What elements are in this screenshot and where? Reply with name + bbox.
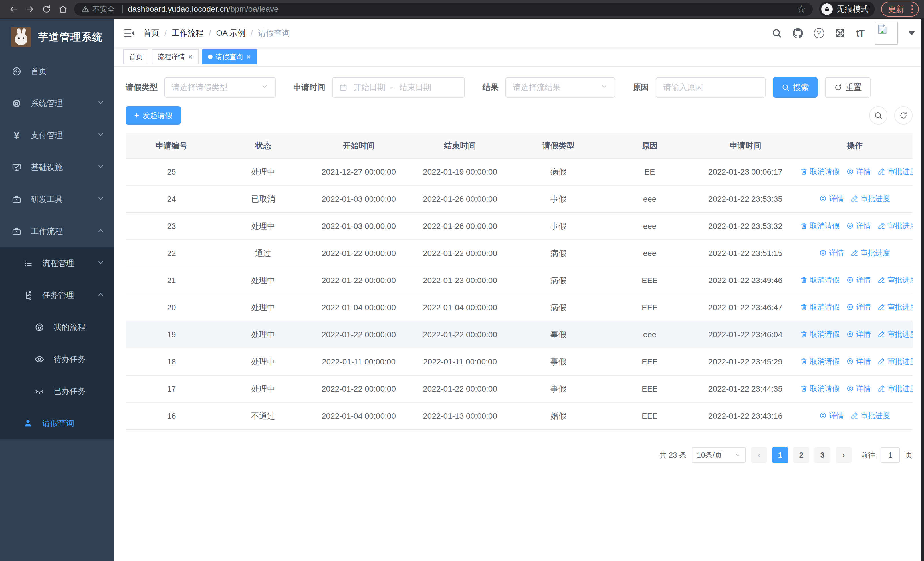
approval-progress-link[interactable]: 审批进度 [878, 275, 913, 285]
browser-reload-button[interactable] [38, 1, 55, 17]
sidebar-item-todo-tasks[interactable]: 待办任务 [0, 343, 114, 375]
approval-progress-link[interactable]: 审批进度 [850, 194, 890, 204]
detail-link[interactable]: 详情 [846, 275, 871, 285]
sidebar-item-leave-query[interactable]: 请假查询 [0, 407, 114, 439]
approval-progress-link[interactable]: 审批进度 [878, 221, 913, 231]
approval-progress-link[interactable]: 审批进度 [878, 384, 913, 394]
detail-link[interactable]: 详情 [846, 356, 871, 367]
breadcrumb-workflow[interactable]: 工作流程 [172, 28, 204, 39]
cancel-leave-link[interactable]: 取消请假 [800, 221, 840, 231]
fullscreen-icon[interactable] [835, 28, 845, 38]
detail-link[interactable]: 详情 [819, 411, 844, 421]
refresh-table-button[interactable] [894, 106, 913, 125]
sidebar-item-devtools[interactable]: 研发工具 [0, 183, 114, 215]
tag-leave-query[interactable]: 请假查询 × [202, 50, 257, 64]
table-row: 23处理中2022-01-03 00:00:002022-01-26 00:00… [126, 212, 913, 240]
detail-link[interactable]: 详情 [819, 248, 844, 258]
approval-progress-link[interactable]: 审批进度 [878, 302, 913, 312]
search-button[interactable]: 搜索 [773, 77, 818, 98]
tag-home[interactable]: 首页 [123, 50, 148, 64]
sidebar-item-workflow[interactable]: 工作流程 [0, 215, 114, 247]
page-size-select[interactable]: 10条/页 [692, 447, 746, 463]
breadcrumb-home[interactable]: 首页 [143, 28, 159, 39]
prev-page-button[interactable]: ‹ [751, 447, 767, 463]
approval-progress-link[interactable]: 审批进度 [850, 411, 890, 421]
page-button-1[interactable]: 1 [772, 447, 788, 463]
cancel-leave-link[interactable]: 取消请假 [800, 167, 840, 176]
detail-link[interactable]: 详情 [846, 221, 871, 231]
chevron-down-icon [261, 83, 268, 92]
view-icon [846, 303, 854, 311]
sidebar-item-done-tasks[interactable]: 已办任务 [0, 375, 114, 407]
cancel-leave-link[interactable]: 取消请假 [800, 302, 840, 312]
select-placeholder: 请选择请假类型 [172, 82, 228, 93]
page-button-2[interactable]: 2 [793, 447, 809, 463]
github-icon[interactable] [793, 28, 803, 38]
bookmark-star-icon[interactable]: ☆ [797, 3, 806, 15]
cancel-leave-link[interactable]: 取消请假 [800, 329, 840, 339]
apply-time-range-picker[interactable]: 开始日期 - 结束日期 [332, 77, 465, 98]
breadcrumb-oa-example[interactable]: OA 示例 [216, 28, 246, 39]
chevron-down-icon [97, 99, 105, 108]
app-logo [11, 27, 31, 47]
tag-process-detail[interactable]: 流程详情 × [152, 50, 199, 64]
help-icon[interactable]: ? [814, 28, 824, 38]
chevron-down-icon [97, 131, 105, 140]
next-page-button[interactable]: › [836, 447, 852, 463]
browser-back-button[interactable] [5, 1, 22, 17]
sidebar-item-home[interactable]: 首页 [0, 56, 114, 87]
reason-input[interactable] [656, 77, 766, 98]
toggle-search-button[interactable] [869, 106, 888, 125]
navbar: 首页 / 工作流程 / OA 示例 / 请假查询 ? tT [114, 19, 924, 47]
avatar[interactable] [875, 22, 898, 45]
approval-progress-link[interactable]: 审批进度 [850, 248, 890, 258]
app-title: 芋道管理系统 [38, 30, 103, 44]
header-search-icon[interactable] [772, 28, 782, 38]
app-logo-row[interactable]: 芋道管理系统 [0, 19, 114, 56]
detail-link[interactable]: 详情 [846, 384, 871, 394]
table-row: 21处理中2022-01-22 00:00:002022-01-23 00:00… [126, 267, 913, 294]
sidebar-item-system[interactable]: 系统管理 [0, 87, 114, 119]
approval-progress-link[interactable]: 审批进度 [878, 356, 913, 367]
sidebar-item-process-mgmt[interactable]: 流程管理 [0, 247, 114, 279]
reset-button[interactable]: 重置 [825, 77, 871, 98]
browser-menu-icon[interactable] [909, 5, 915, 14]
cancel-leave-link[interactable]: 取消请假 [800, 384, 840, 394]
date-range-separator: - [391, 83, 393, 92]
sidebar-item-payment[interactable]: ¥ 支付管理 [0, 119, 114, 151]
approval-progress-link[interactable]: 审批进度 [878, 167, 913, 176]
browser-forward-button[interactable] [22, 1, 38, 17]
approval-progress-link[interactable]: 审批进度 [878, 329, 913, 339]
cancel-leave-link[interactable]: 取消请假 [800, 275, 840, 285]
sidebar-item-task-mgmt[interactable]: 任务管理 [0, 279, 114, 311]
url-path: /bpm/oa/leave [228, 5, 279, 14]
result-select[interactable]: 请选择流结果 [506, 77, 615, 98]
detail-link[interactable]: 详情 [846, 302, 871, 312]
goto-page-input[interactable] [880, 447, 900, 463]
font-size-icon[interactable]: tT [856, 28, 864, 39]
sidebar-collapse-button[interactable] [123, 27, 135, 39]
close-icon[interactable]: × [188, 53, 193, 60]
close-icon[interactable]: × [246, 53, 251, 60]
trash-icon [800, 385, 808, 392]
address-bar[interactable]: 不安全 dashboard.yudao.iocoder.cn/bpm/oa/le… [74, 3, 813, 16]
chevron-up-icon [97, 291, 105, 300]
sidebar-item-infra[interactable]: 基础设施 [0, 151, 114, 183]
pen-icon [850, 195, 858, 202]
detail-link[interactable]: 详情 [846, 167, 871, 176]
page-button-3[interactable]: 3 [814, 447, 830, 463]
create-leave-button[interactable]: + 发起请假 [126, 106, 181, 125]
user-menu-caret-icon[interactable] [909, 32, 915, 39]
trash-icon [800, 303, 808, 311]
incognito-label: 无痕模式 [837, 4, 868, 15]
browser-home-button[interactable] [55, 1, 71, 17]
detail-link[interactable]: 详情 [846, 329, 871, 339]
detail-link[interactable]: 详情 [819, 194, 844, 204]
leave-type-select[interactable]: 请选择请假类型 [164, 77, 276, 98]
cancel-leave-link[interactable]: 取消请假 [800, 356, 840, 367]
sidebar-item-my-process[interactable]: 我的流程 [0, 311, 114, 343]
tag-label: 请假查询 [216, 52, 243, 62]
pen-icon [850, 249, 858, 257]
browser-update-button[interactable]: 更新 [881, 2, 919, 17]
page-scrollbar[interactable] [921, 19, 924, 561]
